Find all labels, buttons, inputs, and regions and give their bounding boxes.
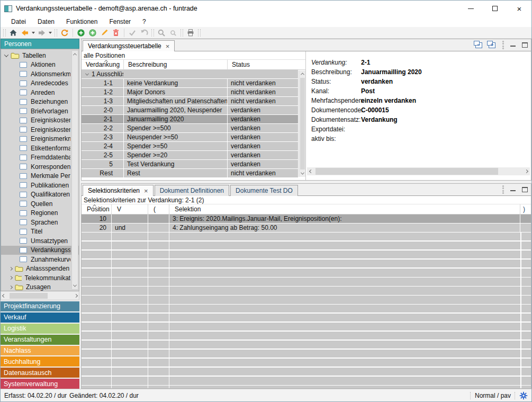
back-dropdown-button[interactable]: [31, 28, 36, 38]
column-header-verdankung[interactable]: Verdankung: [82, 60, 124, 69]
search-button[interactable]: [156, 28, 167, 38]
tree-horizontal-scrollbar[interactable]: [1, 291, 79, 300]
module-nachlass[interactable]: Nachlass: [1, 346, 79, 356]
table-row[interactable]: 1-2Major Donorsnicht verdanken: [82, 88, 298, 97]
tree-item[interactable]: Anredecodes: [1, 79, 79, 88]
grid-vertical-scrollbar[interactable]: [299, 70, 305, 177]
menu-daten[interactable]: Daten: [32, 17, 60, 27]
print-button[interactable]: [185, 28, 196, 38]
column-header-position[interactable]: Position: [82, 204, 112, 214]
scroll-down-icon[interactable]: [72, 282, 78, 289]
panel-maximize-button[interactable]: [522, 42, 528, 48]
back-button[interactable]: [19, 28, 31, 38]
tree-item[interactable]: Quellen: [1, 199, 79, 209]
tree-item[interactable]: Beziehungen: [1, 97, 79, 107]
refresh-button[interactable]: [59, 28, 70, 38]
panel-maximize-button[interactable]: [522, 187, 528, 192]
tree-item[interactable]: Etikettenformate: [1, 144, 79, 153]
selektion-row-selected[interactable]: 10 3: Ereignis: 2020.Mailings.Januar-Mai…: [82, 215, 531, 224]
add-button[interactable]: [75, 28, 87, 38]
group-row-ausschluesse[interactable]: 1 Ausschlüsse: [82, 70, 298, 79]
tab-dokument-definitionen[interactable]: Dokument Definitionen: [155, 185, 229, 196]
table-row[interactable]: 1-1keine Verdankungnicht verdanken: [82, 79, 298, 88]
menu-funktionen[interactable]: Funktionen: [60, 17, 103, 27]
settings-gear-icon[interactable]: [519, 391, 528, 400]
close-button[interactable]: ×: [507, 1, 531, 16]
forward-button[interactable]: [36, 28, 48, 38]
table-row[interactable]: 2-4Spender >=50verdanken: [82, 142, 298, 151]
column-header-close-paren[interactable]: ): [520, 204, 531, 214]
tree-item-verdankungssteuertabellen[interactable]: Verdankungssteuertabellen: [1, 246, 79, 255]
tree-item[interactable]: Aktionsmerkmale: [1, 69, 79, 79]
tree-item[interactable]: Titel: [1, 227, 79, 237]
scroll-up-icon[interactable]: [299, 70, 305, 77]
table-row[interactable]: 2-2Spender >=500verdanken: [82, 124, 298, 133]
tree-item[interactable]: Fremddatenbanken: [1, 153, 79, 163]
tree-item[interactable]: Briefvorlagen: [1, 106, 79, 116]
detail-horizontal-scrollbar[interactable]: [307, 167, 530, 175]
tree-item[interactable]: Aktionen: [1, 60, 79, 70]
tab-close-icon[interactable]: ×: [144, 187, 148, 194]
tree-item[interactable]: Ereigniskosten-B: [1, 116, 79, 126]
selektion-row[interactable]: 20 und 4: Zahlungseingang ab Betrag: 50.…: [82, 224, 531, 233]
column-header-open-paren[interactable]: (: [148, 204, 169, 214]
module-buchhaltung[interactable]: Buchhaltung: [1, 356, 79, 367]
sidebar-header-personen[interactable]: Personen: [1, 39, 79, 49]
maximize-button[interactable]: [483, 1, 507, 16]
tree-folder-telekommunikation[interactable]: Telekommunikation: [1, 273, 79, 283]
panel-menu-icon[interactable]: [502, 41, 504, 49]
module-systemverwaltung[interactable]: Systemverwaltung: [1, 379, 79, 389]
chevron-down-icon[interactable]: [85, 72, 89, 75]
column-header-beschreibung[interactable]: Beschreibung: [124, 60, 228, 69]
scroll-right-icon[interactable]: [522, 170, 530, 173]
tree-item[interactable]: Ereignismerkmale: [1, 135, 79, 144]
tree-folder-zusagen[interactable]: Zusagen: [1, 283, 79, 292]
tree-item[interactable]: Regionen: [1, 209, 79, 218]
menu-datei[interactable]: Datei: [5, 17, 32, 27]
edit-button[interactable]: [98, 28, 110, 38]
column-header-selektion[interactable]: Selektion: [169, 204, 520, 214]
scroll-right-icon[interactable]: [74, 293, 78, 297]
tree-item-tabellen[interactable]: Tabellen: [1, 51, 79, 60]
positions-filter[interactable]: alle Positionen: [82, 51, 305, 60]
table-row[interactable]: 5Test Verdankungverdanken: [82, 160, 298, 169]
scroll-down-icon[interactable]: [299, 170, 305, 177]
search-small-button[interactable]: [167, 28, 179, 38]
tree-item[interactable]: Umsatztypen: [1, 236, 79, 246]
column-header-status[interactable]: Status: [228, 60, 305, 69]
add-copy-button[interactable]: [87, 28, 98, 38]
tree-item[interactable]: Zunahmekurven: [1, 255, 79, 264]
scrollbar-thumb[interactable]: [300, 78, 305, 169]
module-projektfinanzierung[interactable]: Projektfinanzierung: [1, 301, 79, 311]
collapse-all-button[interactable]: −: [475, 42, 482, 48]
module-veranstaltungen[interactable]: Veranstaltungen: [1, 335, 79, 345]
table-row[interactable]: 2-3Neuspender >=50verdanken: [82, 133, 298, 142]
delete-button[interactable]: [110, 28, 122, 38]
table-row[interactable]: RestRestnicht verdanken: [82, 169, 298, 178]
expand-all-button[interactable]: +: [489, 42, 495, 48]
tree-vertical-scrollbar[interactable]: [71, 50, 78, 290]
scroll-up-icon[interactable]: [72, 51, 78, 58]
tree-item[interactable]: Publikationen: [1, 181, 79, 190]
scroll-left-icon[interactable]: [2, 293, 6, 297]
scroll-left-icon[interactable]: [307, 170, 314, 173]
panel-menu-icon[interactable]: [502, 185, 504, 194]
tree-item[interactable]: Ereigniskosten-S: [1, 125, 79, 135]
table-row-selected[interactable]: 2-1Januarmailling 2020verdanken: [82, 115, 298, 124]
panel-minimize-button[interactable]: [510, 46, 516, 47]
panel-minimize-button[interactable]: [510, 190, 516, 191]
tree-item[interactable]: Qualifikatoren: [1, 190, 79, 200]
tree-item[interactable]: Merkmale Personen: [1, 172, 79, 181]
confirm-button[interactable]: [127, 28, 138, 38]
tab-close-icon[interactable]: ×: [166, 43, 170, 50]
tree-item[interactable]: Anreden: [1, 88, 79, 97]
column-header-v[interactable]: V: [112, 204, 148, 214]
home-button[interactable]: [7, 28, 19, 38]
tab-verdankungssteuertabelle[interactable]: Verdankungssteuertabelle ×: [83, 40, 175, 51]
undo-button[interactable]: [138, 28, 150, 38]
table-row[interactable]: 2-5Spender >=20verdanken: [82, 151, 298, 160]
tree-folder-anlassspenden[interactable]: Anlassspenden: [1, 264, 79, 274]
tree-item[interactable]: Sprachen: [1, 218, 79, 227]
menu-fenster[interactable]: Fenster: [103, 17, 137, 27]
table-row[interactable]: 2-0Januarmailling 2020, Neuspenderverdan…: [82, 106, 298, 115]
